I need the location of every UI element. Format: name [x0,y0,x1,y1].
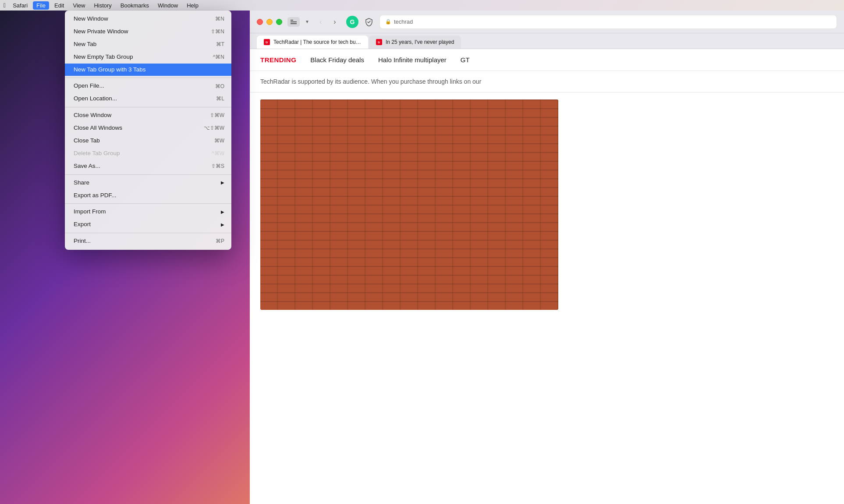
svg-rect-74 [413,197,428,212]
tab-label-2: In 25 years, I've never played [386,39,454,45]
svg-rect-18 [260,119,295,128]
minimize-button[interactable] [266,19,273,25]
tab-2[interactable]: tr In 25 years, I've never played [369,35,461,49]
view-menu[interactable]: View [69,1,89,10]
svg-rect-85 [456,230,472,246]
menu-item-share[interactable]: Share ▶ [65,177,231,189]
svg-rect-66 [409,164,424,179]
window-menu[interactable]: Window [154,1,181,10]
svg-rect-63 [423,145,438,160]
svg-rect-34 [530,128,558,137]
bookmarks-menu[interactable]: Bookmarks [117,1,152,10]
help-menu[interactable]: Help [183,1,202,10]
svg-rect-19 [296,119,331,128]
back-button[interactable]: ‹ [315,16,327,28]
svg-rect-65 [456,140,471,155]
svg-rect-21 [368,119,403,128]
svg-rect-10 [279,109,314,118]
edit-menu[interactable]: Edit [51,1,67,10]
svg-rect-86 [473,227,489,243]
svg-rect-46 [351,148,386,156]
trending-item-halo[interactable]: Halo Infinite multiplayer [378,56,447,64]
safari-menu[interactable]: Safari [9,1,31,10]
menu-item-new-tab-group-with-tabs[interactable]: New Tab Group with 3 Tabs [65,64,231,76]
menu-item-new-empty-tab-group[interactable]: New Empty Tab Group ^⌘N [65,51,231,64]
svg-rect-26 [260,128,278,137]
svg-rect-39 [404,138,439,147]
article-image-svg [260,99,558,310]
svg-rect-1 [260,99,295,108]
svg-rect-11 [315,109,350,118]
menu-item-new-window[interactable]: New Window ⌘N [65,13,231,25]
svg-rect-22 [404,119,439,128]
svg-rect-37 [332,138,367,147]
sidebar-toggle-button[interactable] [287,17,300,27]
svg-rect-35 [260,138,295,147]
shield-icon[interactable] [364,17,374,27]
article-image-container [250,92,844,504]
browser-window: ▼ ‹ › G 🔒 techrad tr TechRadar | The sou… [250,11,844,504]
close-button[interactable] [257,19,263,25]
svg-rect-41 [476,138,511,147]
apple-menu-icon[interactable]:  [4,2,6,9]
svg-rect-25 [512,119,547,128]
menu-item-close-all-windows[interactable]: Close All Windows ⌥⇧⌘W [65,122,231,135]
svg-rect-43 [260,148,278,156]
tab-favicon-1: tr [264,39,270,45]
svg-rect-40 [440,138,475,147]
menu-item-open-location[interactable]: Open Location... ⌘L [65,92,231,105]
svg-rect-30 [387,128,422,137]
svg-rect-77 [463,190,478,205]
svg-rect-17 [530,109,558,118]
trending-item-gt[interactable]: GT [461,56,470,64]
menu-item-import-from[interactable]: Import From ▶ [65,206,231,218]
svg-rect-50 [494,148,529,156]
menu-item-open-file[interactable]: Open File... ⌘O [65,80,231,92]
menu-item-save-as[interactable]: Save As... ⇧⌘S [65,160,231,173]
svg-point-58 [361,251,387,289]
svg-rect-68 [442,159,457,174]
menu-separator-5 [65,233,231,233]
forward-button[interactable]: › [329,16,341,28]
menu-item-new-private-window[interactable]: New Private Window ⇧⌘N [65,25,231,38]
svg-rect-13 [387,109,422,118]
maximize-button[interactable] [276,19,282,25]
menu-item-close-window[interactable]: Close Window ⇧⌘W [65,109,231,122]
svg-rect-24 [476,119,511,128]
address-lock-icon: 🔒 [385,19,391,25]
svg-rect-15 [458,109,493,118]
file-dropdown-menu: New Window ⌘N New Private Window ⇧⌘N New… [65,11,231,250]
menu-item-new-tab[interactable]: New Tab ⌘T [65,38,231,51]
history-menu[interactable]: History [90,1,115,10]
address-bar[interactable]: 🔒 techrad [379,15,837,29]
menu-item-print[interactable]: Print... ⌘P [65,235,231,248]
svg-rect-64 [440,142,454,157]
menu-separator-1 [65,78,231,78]
trending-item-black-friday[interactable]: Black Friday deals [310,56,364,64]
svg-rect-5 [404,99,439,108]
svg-rect-16 [494,109,529,118]
grammarly-icon[interactable]: G [346,16,358,28]
svg-rect-70 [411,180,426,195]
svg-point-52 [370,275,449,310]
svg-rect-83 [421,235,437,251]
support-text: TechRadar is supported by its audience. … [250,71,844,92]
file-menu[interactable]: File [33,1,49,10]
menu-item-export-pdf[interactable]: Export as PDF... [65,189,231,202]
svg-rect-36 [296,138,331,147]
svg-rect-53 [374,257,444,310]
menu-item-close-tab[interactable]: Close Tab ⌘W [65,135,231,147]
svg-rect-28 [315,128,350,137]
tab-1[interactable]: tr TechRadar | The source for tech buyin… [257,35,368,49]
tab-bar: tr TechRadar | The source for tech buyin… [250,33,844,49]
svg-rect-0 [260,99,558,310]
tab-group-chevron-icon[interactable]: ▼ [305,19,309,24]
svg-rect-3 [332,99,367,108]
svg-rect-69 [458,157,473,172]
svg-rect-31 [422,128,457,137]
svg-rect-60 [400,128,495,279]
menu-item-export[interactable]: Export ▶ [65,218,231,231]
menu-bar:  Safari File Edit View History Bookmark… [0,0,844,11]
svg-rect-6 [440,99,475,108]
menu-item-delete-tab-group[interactable]: Delete Tab Group ^⌘W [65,147,231,160]
